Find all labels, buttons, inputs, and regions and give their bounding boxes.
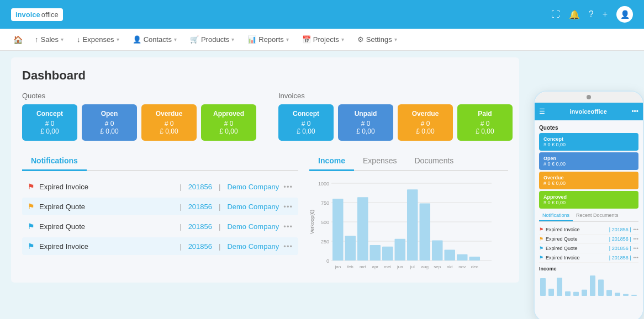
nav-item-sales[interactable]: ↑ Sales ▾ [29,32,69,47]
chevron-down-icon: ▾ [286,36,289,42]
avatar[interactable]: 👤 [616,6,633,23]
card-amount: £ 0,00 [89,127,129,135]
quote-card[interactable]: Concept # 0 £ 0,00 [22,104,77,141]
quotes-label: Quotes [22,92,256,100]
add-icon[interactable]: + [603,9,608,19]
notif-number[interactable]: | 201856 | [609,255,631,260]
notifications-list: ⚑ Expired Invoice | 201856 | Demo Compan… [22,178,298,255]
more-options-icon[interactable]: ••• [634,236,638,242]
separator: | [180,222,181,231]
phone-logo: invoiceoffice [570,108,607,115]
notif-number[interactable]: | 201856 | [609,246,631,251]
fullscreen-icon[interactable]: ⛶ [551,9,560,19]
card-label: Open [89,110,129,118]
phone-more-icon[interactable]: ••• [631,108,638,115]
phone-card-info: # 0 € 0,00 [543,161,634,167]
nav-sales-label: Sales [41,35,59,44]
notif-type: Expired Invoice [546,255,607,260]
nav-bar: 🏠 ↑ Sales ▾ ↓ Expenses ▾ 👤 Contacts ▾ 🛒 … [0,29,644,51]
card-count: # 0 [30,120,70,127]
quote-card[interactable]: Overdue # 0 £ 0,00 [141,104,197,141]
flag-icon: ⚑ [539,255,543,260]
card-amount: £ 0,00 [209,127,249,135]
phone-card-label: Overdue [543,175,634,180]
svg-rect-11 [332,199,344,260]
help-icon[interactable]: ? [589,9,594,19]
more-options-icon[interactable]: ••• [283,242,293,251]
notif-number[interactable]: 201856 [188,222,212,231]
more-options-icon[interactable]: ••• [283,183,293,191]
nav-item-products[interactable]: 🛒 Products ▾ [184,32,240,47]
phone-top-bar: ☰ invoiceoffice ••• [535,103,643,120]
tab-notifications[interactable]: Notifications [22,152,87,171]
notif-company[interactable]: Demo Company [227,203,279,211]
svg-rect-40 [582,290,587,296]
notif-number[interactable]: | 201856 | [609,236,631,242]
tab-documents[interactable]: Documents [406,152,463,170]
notif-number[interactable]: 201856 [188,203,212,211]
phone-bar-chart [539,274,638,301]
quotes-cards-row: Concept # 0 £ 0,00Open # 0 £ 0,00Overdue… [22,104,256,141]
quote-card[interactable]: Open # 0 £ 0,00 [82,104,137,141]
phone-card[interactable]: Concept # 0 € 0,00 [539,133,638,151]
invoice-card[interactable]: Overdue # 0 £ 0,00 [398,104,453,141]
nav-item-projects[interactable]: 📅 Projects ▾ [297,32,350,47]
invoices-group: Invoices Concept # 0 £ 0,00Unpaid # 0 £ … [278,92,513,141]
more-options-icon[interactable]: ••• [283,222,293,231]
tab-expenses[interactable]: Expenses [354,152,405,170]
card-amount: £ 0,00 [30,127,70,135]
notif-number[interactable]: 201856 [188,242,212,251]
phone-tab[interactable]: Notifications [539,210,573,221]
svg-rect-45 [623,294,629,296]
svg-text:500: 500 [321,220,329,225]
flag-icon: ⚑ [28,202,35,211]
invoice-card[interactable]: Unpaid # 0 £ 0,00 [338,104,393,141]
notif-company[interactable]: Demo Company [227,183,279,191]
phone-notch [535,92,643,103]
notifications-icon[interactable]: 🔔 [569,9,580,20]
quote-card[interactable]: Approved # 0 £ 0,00 [201,104,256,141]
notif-company[interactable]: Demo Company [227,222,279,231]
phone-card[interactable]: Overdue # 0 € 0,00 [539,172,638,189]
notif-number[interactable]: | 201856 | [609,227,631,232]
phone-card[interactable]: Open # 0 € 0,00 [539,152,638,170]
separator: | [180,183,181,191]
phone-menu-icon[interactable]: ☰ [539,108,545,115]
invoice-card[interactable]: Concept # 0 £ 0,00 [278,104,334,141]
notif-type: Expired Invoice [39,242,173,251]
nav-item-expenses[interactable]: ↓ Expenses ▾ [71,32,125,47]
svg-text:1000: 1000 [318,181,329,187]
nav-home[interactable]: 🏠 [9,32,27,47]
nav-item-settings[interactable]: ⚙ Settings ▾ [352,32,403,47]
phone-card-info: # 0 € 0,00 [543,200,634,205]
phone-tab[interactable]: Recent Documents [573,210,622,221]
separator: | [219,222,220,231]
separator: | [180,203,181,211]
more-options-icon[interactable]: ••• [634,246,638,251]
nav-item-reports[interactable]: 📊 Reports ▾ [242,32,294,47]
phone-card-info: # 0 € 0,00 [543,142,634,147]
notif-company[interactable]: Demo Company [227,242,279,251]
list-item: ⚑ Expired Quote | 201856 | Demo Company … [22,198,298,215]
flag-icon: ⚑ [539,236,543,242]
more-options-icon[interactable]: ••• [634,255,638,260]
phone-card[interactable]: Approved # 0 € 0,00 [539,191,638,209]
card-label: Concept [30,110,70,118]
more-options-icon[interactable]: ••• [634,227,638,232]
chevron-down-icon: ▾ [231,36,234,42]
notif-number[interactable]: 201856 [188,183,212,191]
svg-text:feb: feb [347,264,354,269]
logo-office: office [41,10,59,19]
phone-camera [587,95,591,99]
more-options-icon[interactable]: ••• [283,203,293,211]
svg-text:750: 750 [321,200,329,206]
list-item: ⚑ Expired Invoice | 201856 | Demo Compan… [22,178,298,195]
tab-income[interactable]: Income [309,152,354,171]
svg-rect-35 [540,278,546,296]
svg-rect-29 [445,249,456,260]
sales-icon: ↑ [35,35,39,44]
nav-item-contacts[interactable]: 👤 Contacts ▾ [127,32,182,47]
invoice-card[interactable]: Paid # 0 £ 0,00 [457,104,513,141]
phone-body: Quotes Concept # 0 € 0,00Open # 0 € 0,00… [535,120,643,319]
svg-text:mrt: mrt [360,264,366,269]
